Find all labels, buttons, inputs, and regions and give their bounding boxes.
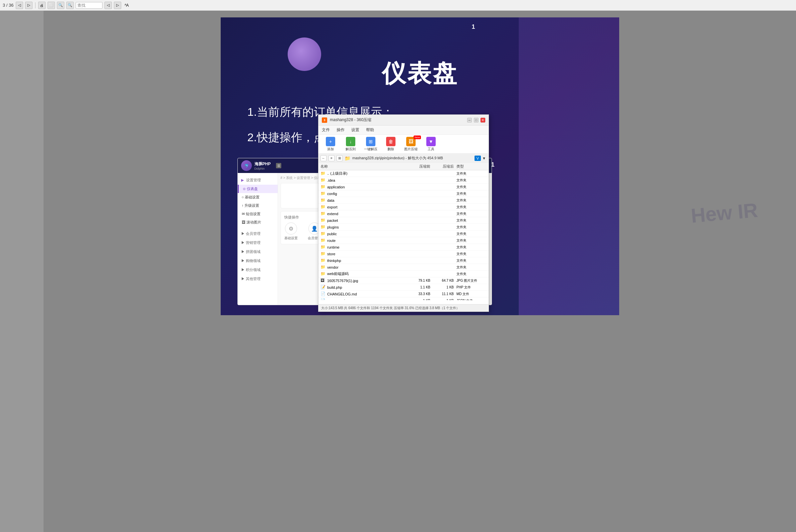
- file-name: application: [327, 185, 410, 189]
- path-list-btn[interactable]: ≡: [328, 155, 334, 161]
- view-sort-btn[interactable]: ▼: [482, 156, 487, 161]
- tool-tools[interactable]: ▼ 工具: [422, 137, 440, 152]
- add-icon: +: [326, 137, 335, 146]
- zoom-label: ᴬA: [125, 3, 129, 8]
- file-list: 📁.. (上级目录)文件夹📁.idea文件夹📁application文件夹📁co…: [319, 170, 489, 300]
- file-name: export: [327, 205, 410, 209]
- file-row[interactable]: 📁web前端源码文件夹: [319, 271, 489, 278]
- tool-compress-img[interactable]: 🖼 New 图片压缩: [402, 137, 420, 152]
- file-row[interactable]: 📁packet文件夹: [319, 217, 489, 224]
- sidebar-item-dashboard[interactable]: ⊙ 仪表盘: [238, 185, 277, 193]
- delete-icon: 🗑: [386, 137, 396, 146]
- file-compress-size: 79.1 KB: [410, 279, 433, 282]
- tool-delete[interactable]: 🗑 删除: [382, 137, 399, 152]
- menu-operation[interactable]: 操作: [337, 127, 345, 133]
- file-name: CHANGELOG.md: [327, 292, 410, 296]
- file-after-size: 1 KB: [433, 285, 456, 289]
- archive-window: 3 mashang328 - 360压缩 ─ □ ✕ 文件 操作 设置 帮助 +…: [318, 114, 489, 312]
- zoom-out-btn[interactable]: 🔍: [66, 2, 74, 9]
- view-detail-btn[interactable]: V: [474, 156, 481, 161]
- menu-settings[interactable]: 设置: [351, 127, 359, 133]
- menu-btn[interactable]: ☰: [276, 163, 281, 168]
- file-name: config: [327, 192, 410, 196]
- sidebar-item-banner[interactable]: 🖼 滚动图片: [238, 218, 277, 227]
- file-row[interactable]: 📁config文件夹: [319, 190, 489, 197]
- zoom-fit-btn[interactable]: ⬜: [48, 2, 55, 9]
- file-row[interactable]: 📝build.php1.1 KB1 KBPHP 文件: [319, 284, 489, 291]
- minimize-btn[interactable]: ─: [467, 118, 472, 122]
- folder-icon: 📁: [321, 258, 326, 263]
- maximize-btn[interactable]: □: [474, 118, 478, 122]
- path-back-btn[interactable]: ←: [321, 155, 326, 161]
- quick-icon-basic-settings[interactable]: ⚙ 基础设置: [284, 223, 298, 241]
- file-name: build.php: [327, 285, 410, 289]
- search-prev-btn[interactable]: ◁: [105, 2, 112, 9]
- menu-help[interactable]: 帮助: [366, 127, 374, 133]
- tool-extract-all[interactable]: ⊞ 一键解压: [362, 137, 379, 152]
- print-btn[interactable]: 🖨: [38, 2, 46, 9]
- file-row[interactable]: 📁data文件夹: [319, 197, 489, 204]
- file-row[interactable]: 📁plugins文件夹: [319, 224, 489, 230]
- file-type: 文件夹: [456, 258, 487, 263]
- file-name: thinkphp: [327, 259, 410, 263]
- zoom-in-btn[interactable]: 🔍: [57, 2, 64, 9]
- file-row[interactable]: 📁public文件夹: [319, 230, 489, 237]
- file-type: JSON 文件: [456, 299, 487, 301]
- file-name: .idea: [327, 178, 410, 182]
- close-btn[interactable]: ✕: [481, 118, 485, 122]
- prev-page-btn[interactable]: ◁: [16, 2, 23, 9]
- sidebar-group-shopping: ▶ 购物领域: [238, 256, 277, 265]
- file-row[interactable]: 📄CHANGELOG.md33.3 KB11.1 KBMD 文件: [319, 291, 489, 298]
- file-row[interactable]: 📁.idea文件夹: [319, 177, 489, 184]
- dashboard-icon: ⊙: [243, 187, 247, 191]
- file-row[interactable]: 📁export文件夹: [319, 204, 489, 210]
- file-type: 文件夹: [456, 238, 487, 243]
- number-label-1: 1: [491, 161, 494, 168]
- file-name: route: [327, 239, 410, 243]
- file-row[interactable]: 📁vendor文件夹: [319, 264, 489, 271]
- file-row[interactable]: 📁.. (上级目录)文件夹: [319, 170, 489, 177]
- file-row[interactable]: 📁runtime文件夹: [319, 244, 489, 251]
- file-name: packet: [327, 218, 410, 223]
- path-text: mashang328.zip\jipin(pindeduo) - 解包大小为 4…: [352, 156, 472, 160]
- folder-icon: 📁: [321, 218, 326, 223]
- app-name-block: 海豚PHP Dolphin: [254, 161, 271, 170]
- file-name: runtime: [327, 245, 410, 249]
- archive-path-bar: ← ≡ ⊞ 📁 mashang328.zip\jipin(pindeduo) -…: [319, 154, 489, 163]
- file-row[interactable]: 📁store文件夹: [319, 251, 489, 257]
- search-next-btn[interactable]: ▷: [114, 2, 121, 9]
- sidebar-item-upgrade[interactable]: ↑ 升级设置: [238, 202, 277, 210]
- status-bar: 大小:143.5 MB 共 6486 个文件和 1194 个文件夹 压缩率 31…: [319, 304, 489, 311]
- sidebar-group-member: ▶ 会员管理: [238, 229, 277, 238]
- col-after-header: 压缩后: [433, 164, 456, 169]
- file-row[interactable]: 📁route文件夹: [319, 237, 489, 244]
- archive-title-text: mashang328 - 360压缩: [330, 117, 372, 123]
- basic-settings-icon: ⚙: [285, 223, 297, 234]
- path-thumb-btn[interactable]: ⊞: [337, 155, 343, 161]
- file-type: 文件夹: [456, 231, 487, 236]
- tool-extract[interactable]: ↓ 解压到: [342, 137, 359, 152]
- next-page-btn[interactable]: ▷: [25, 2, 33, 9]
- file-row[interactable]: 📄composer.json1 KB1 KBJSON 文件: [319, 298, 489, 300]
- folder-icon: 📁: [321, 211, 326, 216]
- sidebar-item-sms[interactable]: ✉ 短信设置: [238, 210, 277, 218]
- file-row[interactable]: 🖼1605757679(1).jpg79.1 KB64.7 KBJPG 图片文件: [319, 278, 489, 284]
- file-type: 文件夹: [456, 171, 487, 176]
- new-badge: New: [414, 135, 421, 139]
- search-input[interactable]: [76, 2, 103, 9]
- file-row[interactable]: 📁extend文件夹: [319, 210, 489, 217]
- folder-icon: 📁: [321, 191, 326, 196]
- file-row[interactable]: 📁application文件夹: [319, 184, 489, 190]
- file-row[interactable]: 📁thinkphp文件夹: [319, 257, 489, 264]
- window-controls: ─ □ ✕: [467, 118, 485, 122]
- tools-label: 工具: [428, 147, 434, 152]
- tool-add[interactable]: + 添加: [322, 137, 339, 152]
- file-icon: 📄: [321, 291, 326, 297]
- folder-icon: 📁: [321, 184, 326, 190]
- sidebar-item-basic[interactable]: ○ 基础设置: [238, 193, 277, 202]
- menu-file[interactable]: 文件: [322, 127, 330, 133]
- folder-icon: 📁: [321, 178, 326, 183]
- toolbar-separator: [35, 2, 36, 8]
- archive-titlebar: 3 mashang328 - 360压缩 ─ □ ✕: [319, 115, 489, 126]
- file-type: JPG 图片文件: [456, 278, 487, 283]
